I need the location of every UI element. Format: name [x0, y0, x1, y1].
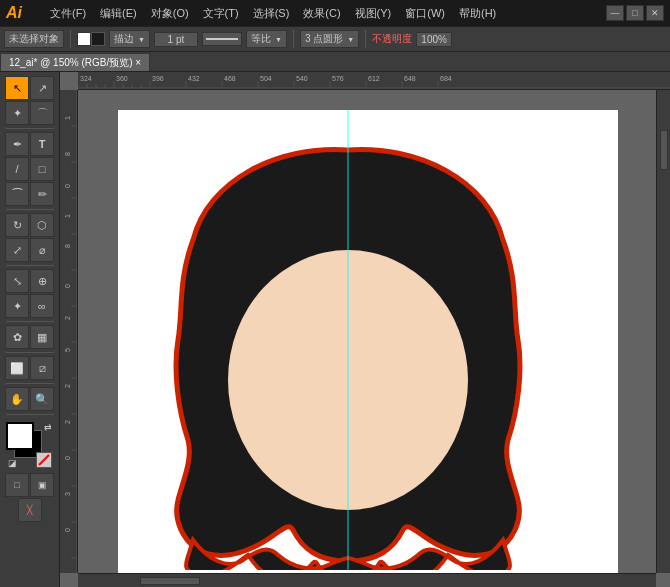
svg-text:3: 3: [64, 492, 71, 496]
warp-tool[interactable]: ⌀: [30, 238, 54, 262]
menu-help[interactable]: 帮助(H): [453, 4, 502, 23]
line-tool[interactable]: /: [5, 157, 29, 181]
none-color-box[interactable]: [36, 452, 52, 468]
menu-edit[interactable]: 编辑(E): [94, 4, 143, 23]
svg-rect-29: [60, 90, 78, 573]
eyedropper-tool[interactable]: ✦: [5, 294, 29, 318]
svg-text:1: 1: [64, 214, 71, 218]
tool-row-12: ✋ 🔍: [5, 387, 54, 411]
tool-row-11: ⬜ ⧄: [5, 356, 54, 380]
menu-view[interactable]: 视图(Y): [349, 4, 398, 23]
paintbrush-tool[interactable]: ⁀: [5, 182, 29, 206]
tool-sep-6: [6, 383, 54, 384]
tool-row-3: ✒ T: [5, 132, 54, 156]
svg-text:396: 396: [152, 75, 164, 82]
free-transform-tool[interactable]: ⤡: [5, 269, 29, 293]
svg-text:504: 504: [260, 75, 272, 82]
menu-bar: 文件(F) 编辑(E) 对象(O) 文字(T) 选择(S) 效果(C) 视图(Y…: [44, 4, 606, 23]
vertical-scrollbar-thumb[interactable]: [660, 130, 668, 170]
scale-tool[interactable]: ⤢: [5, 238, 29, 262]
options-toolbar: 未选择对象 描边 1 pt 等比 3 点圆形 不透明度 100%: [0, 26, 670, 52]
artboard: [118, 110, 618, 573]
svg-text:468: 468: [224, 75, 236, 82]
rectangle-tool[interactable]: □: [30, 157, 54, 181]
opacity-value[interactable]: 100%: [416, 32, 452, 47]
svg-text:8: 8: [64, 152, 71, 156]
svg-text:648: 648: [404, 75, 416, 82]
svg-text:0: 0: [64, 184, 71, 188]
normal-mode-btn[interactable]: □: [5, 473, 29, 497]
tool-sep-2: [6, 209, 54, 210]
menu-file[interactable]: 文件(F): [44, 4, 92, 23]
tool-row-5: ⁀ ✏: [5, 182, 54, 206]
stroke-line-preview: [202, 32, 242, 46]
graph-tool[interactable]: ▦: [30, 325, 54, 349]
tool-sep-5: [6, 352, 54, 353]
minimize-button[interactable]: —: [606, 5, 624, 21]
maximize-button[interactable]: □: [626, 5, 644, 21]
menu-select[interactable]: 选择(S): [247, 4, 296, 23]
tool-row-7: ⤢ ⌀: [5, 238, 54, 262]
menu-object[interactable]: 对象(O): [145, 4, 195, 23]
svg-text:432: 432: [188, 75, 200, 82]
stroke-swatch[interactable]: [91, 32, 105, 46]
toolbar-sep-3: [365, 30, 366, 48]
window-controls: — □ ✕: [606, 5, 664, 21]
tool-sep-7: [6, 414, 54, 415]
close-button[interactable]: ✕: [646, 5, 664, 21]
document-tab[interactable]: 12_ai* @ 150% (RGB/预览) ×: [0, 53, 150, 71]
rotate-tool[interactable]: ↻: [5, 213, 29, 237]
toolbar-sep-1: [70, 30, 71, 48]
pencil-tool[interactable]: ✏: [30, 182, 54, 206]
screen-mode-btn[interactable]: ╳: [18, 498, 42, 522]
canvas-area: 324 360 396 432 468 504 540 576 612 648: [60, 72, 670, 587]
svg-text:576: 576: [332, 75, 344, 82]
color-controls: ⇄ ◪: [6, 422, 54, 468]
slice-tool[interactable]: ⧄: [30, 356, 54, 380]
shape-dropdown[interactable]: 3 点圆形: [300, 30, 359, 48]
svg-text:0: 0: [64, 284, 71, 288]
tool-row-8: ⤡ ⊕: [5, 269, 54, 293]
stroke-value[interactable]: 1 pt: [154, 32, 198, 47]
ruler-top: 324 360 396 432 468 504 540 576 612 648: [78, 72, 670, 90]
svg-text:2: 2: [64, 384, 71, 388]
horizontal-scrollbar-thumb[interactable]: [140, 577, 200, 585]
menu-window[interactable]: 窗口(W): [399, 4, 451, 23]
svg-text:5: 5: [64, 348, 71, 352]
selection-tool[interactable]: ↖: [5, 76, 29, 100]
symbol-sprayer-tool[interactable]: ✿: [5, 325, 29, 349]
swap-colors-icon[interactable]: ⇄: [44, 422, 52, 432]
menu-text[interactable]: 文字(T): [197, 4, 245, 23]
tool-row-2: ✦ ⌒: [5, 101, 54, 125]
magic-wand-tool[interactable]: ✦: [5, 101, 29, 125]
svg-text:1: 1: [64, 116, 71, 120]
shape-builder-tool[interactable]: ⊕: [30, 269, 54, 293]
menu-effect[interactable]: 效果(C): [297, 4, 346, 23]
zoom-tool[interactable]: 🔍: [30, 387, 54, 411]
tool-row-9: ✦ ∞: [5, 294, 54, 318]
horizontal-scrollbar[interactable]: [78, 573, 656, 587]
tool-sep-3: [6, 265, 54, 266]
illustration-svg: [118, 110, 578, 570]
foreground-color-box[interactable]: [6, 422, 34, 450]
pen-tool[interactable]: ✒: [5, 132, 29, 156]
screen-mode-row: ╳: [18, 498, 42, 522]
reflect-tool[interactable]: ⬡: [30, 213, 54, 237]
fullscreen-mode-btn[interactable]: ▣: [30, 473, 54, 497]
type-tool[interactable]: T: [30, 132, 54, 156]
tool-row-1: ↖ ↗: [5, 76, 54, 100]
ruler-left-svg: 1 8 0 1 8 0 2 5 2 2 0: [60, 90, 78, 573]
vertical-scrollbar[interactable]: [656, 90, 670, 573]
main-area: ↖ ↗ ✦ ⌒ ✒ T / □ ⁀ ✏ ↻ ⬡ ⤢ ⌀ ⤡: [0, 72, 670, 587]
direct-selection-tool[interactable]: ↗: [30, 76, 54, 100]
default-colors-icon[interactable]: ◪: [8, 458, 17, 468]
title-bar: Ai 文件(F) 编辑(E) 对象(O) 文字(T) 选择(S) 效果(C) 视…: [0, 0, 670, 26]
fill-swatch[interactable]: [77, 32, 91, 46]
artboard-tool[interactable]: ⬜: [5, 356, 29, 380]
stroke-label[interactable]: 描边: [109, 30, 150, 48]
lasso-tool[interactable]: ⌒: [30, 101, 54, 125]
tool-row-4: / □: [5, 157, 54, 181]
hand-tool[interactable]: ✋: [5, 387, 29, 411]
blend-tool[interactable]: ∞: [30, 294, 54, 318]
ratio-dropdown[interactable]: 等比: [246, 30, 287, 48]
